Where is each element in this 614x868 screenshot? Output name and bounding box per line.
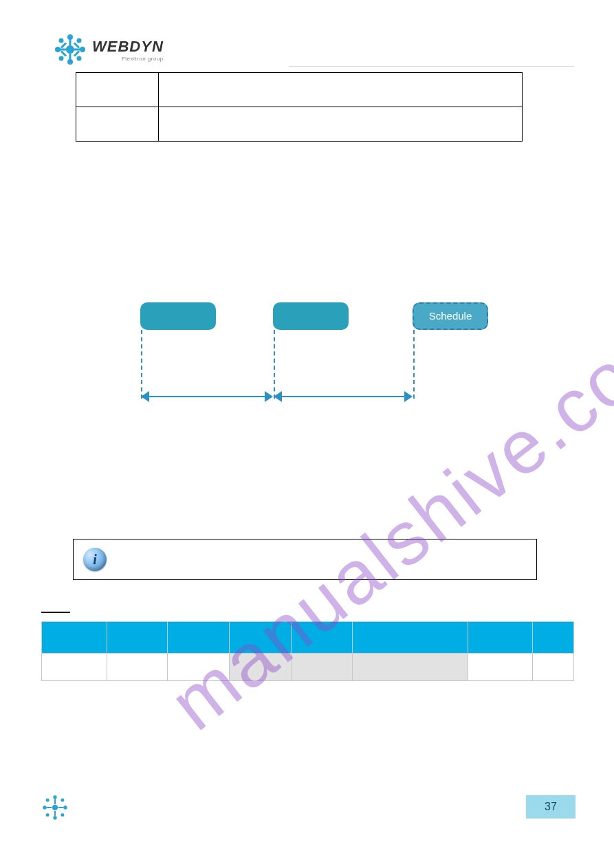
schedule-block-2 xyxy=(273,302,349,330)
svg-point-9 xyxy=(59,38,64,43)
brand-text: WEBDYN Flexitron group xyxy=(92,38,164,62)
table-row xyxy=(76,73,523,107)
svg-point-17 xyxy=(52,805,58,810)
svg-rect-10 xyxy=(61,42,67,48)
table-cell xyxy=(159,73,523,107)
svg-point-24 xyxy=(63,805,67,809)
svg-rect-6 xyxy=(60,49,67,51)
table-cell xyxy=(229,654,291,681)
table-header-cell xyxy=(353,622,468,654)
table-header-row xyxy=(42,622,574,654)
svg-point-28 xyxy=(46,813,50,816)
table-cell xyxy=(353,654,468,681)
dash-line xyxy=(274,330,275,399)
table-cell xyxy=(167,654,229,681)
table-header-cell xyxy=(468,622,533,654)
svg-point-0 xyxy=(66,45,74,54)
table-header-cell xyxy=(107,622,167,654)
table-cell xyxy=(76,73,159,107)
page-number-badge: 37 xyxy=(526,795,575,819)
interval-arrow-1 xyxy=(144,396,272,397)
svg-rect-4 xyxy=(69,53,72,60)
dash-line xyxy=(141,330,142,399)
table-cell xyxy=(107,654,167,681)
table-annotation-dash xyxy=(41,612,70,613)
brand-subtext: Flexitron group xyxy=(92,56,164,62)
data-table-bottom xyxy=(41,621,574,681)
svg-rect-19 xyxy=(54,799,56,805)
svg-point-20 xyxy=(53,816,56,819)
svg-point-1 xyxy=(67,34,73,40)
table-cell xyxy=(159,107,523,142)
info-callout: i xyxy=(73,539,537,580)
schedule-block-1 xyxy=(140,302,216,330)
table-row xyxy=(76,107,523,142)
svg-point-13 xyxy=(59,56,64,61)
table-header-cell xyxy=(291,622,353,654)
svg-rect-14 xyxy=(61,50,67,56)
svg-rect-12 xyxy=(74,42,80,48)
table-cell xyxy=(76,107,159,142)
info-icon: i xyxy=(83,548,107,571)
svg-rect-8 xyxy=(74,49,80,51)
dash-line xyxy=(413,330,415,399)
table-header-cell xyxy=(167,622,229,654)
schedule-block-3: Schedule xyxy=(413,302,488,330)
table-header-cell xyxy=(533,622,574,654)
svg-rect-23 xyxy=(47,807,52,808)
brand-logo: WEBDYN Flexitron group xyxy=(54,33,164,66)
arrow-head-icon xyxy=(404,391,413,402)
svg-point-11 xyxy=(77,38,82,43)
table-cell xyxy=(42,654,107,681)
header-divider xyxy=(289,66,574,67)
svg-point-18 xyxy=(53,795,56,799)
table-header-cell xyxy=(42,622,107,654)
table-cell xyxy=(533,654,574,681)
interval-arrow-2 xyxy=(276,396,411,397)
table-cell xyxy=(468,654,533,681)
svg-rect-21 xyxy=(54,811,56,816)
svg-rect-16 xyxy=(74,50,80,56)
svg-point-26 xyxy=(46,799,50,802)
brand-name: WEBDYN xyxy=(92,38,164,56)
arrow-head-icon xyxy=(141,391,149,402)
svg-point-22 xyxy=(43,805,46,809)
svg-point-3 xyxy=(67,59,73,65)
svg-point-7 xyxy=(80,47,85,52)
svg-point-27 xyxy=(61,799,64,802)
arrow-head-icon xyxy=(274,391,282,402)
svg-rect-2 xyxy=(69,39,72,46)
table-row xyxy=(42,654,574,681)
table-header-cell xyxy=(229,622,291,654)
svg-rect-25 xyxy=(58,807,64,808)
svg-point-5 xyxy=(55,47,61,52)
footer-logo-icon xyxy=(41,794,69,824)
logo-mark-icon xyxy=(54,33,87,66)
parameter-table-top xyxy=(76,72,523,142)
page-container: WEBDYN Flexitron group Schedule i xyxy=(0,0,614,868)
svg-point-29 xyxy=(61,813,64,816)
svg-point-15 xyxy=(77,56,82,61)
table-cell xyxy=(291,654,353,681)
schedule-diagram: Schedule xyxy=(138,302,509,440)
arrow-head-icon xyxy=(265,391,273,402)
